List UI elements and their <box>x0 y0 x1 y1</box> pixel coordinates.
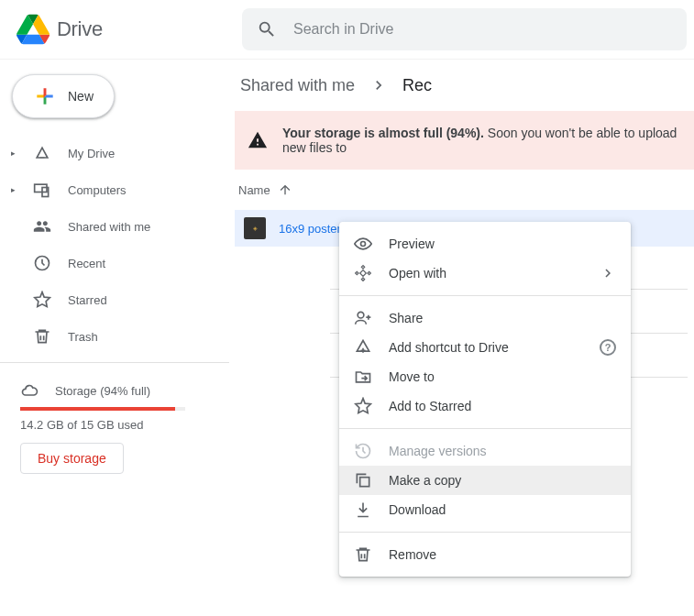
search-icon <box>257 19 277 39</box>
menu-label: Preview <box>389 236 616 251</box>
menu-open-with[interactable]: Open with <box>339 258 631 288</box>
menu-make-copy[interactable]: Make a copy <box>339 466 631 495</box>
sidebar: New ▸ My Drive ▸ Computers Shared with m… <box>0 60 229 616</box>
menu-add-shortcut[interactable]: Add shortcut to Drive ? <box>339 333 631 362</box>
menu-divider <box>339 428 631 429</box>
recent-icon <box>33 254 51 272</box>
plus-icon <box>33 84 57 108</box>
warning-icon <box>248 130 268 150</box>
file-thumbnail: ◈ <box>244 217 266 239</box>
chevron-right-icon <box>369 76 388 94</box>
expand-arrow-icon: ▸ <box>11 185 17 194</box>
breadcrumb: Shared with me Rec <box>235 60 694 111</box>
sidebar-item-recent[interactable]: Recent <box>9 245 220 281</box>
storage-bar <box>20 407 185 411</box>
new-button-label: New <box>68 89 94 104</box>
storage-row[interactable]: Storage (94% full) <box>9 370 229 407</box>
trash-icon <box>354 545 372 564</box>
context-menu: Preview Open with Share Add shortcut to … <box>339 222 631 577</box>
drive-logo-icon <box>17 13 50 46</box>
storage-warning-banner: Your storage is almost full (94%). Soon … <box>235 111 694 170</box>
column-header-name[interactable]: Name <box>235 170 694 210</box>
menu-label: Move to <box>389 369 616 384</box>
breadcrumb-current[interactable]: Rec <box>397 72 437 99</box>
breadcrumb-parent[interactable]: Shared with me <box>235 72 360 99</box>
column-label: Name <box>238 183 270 197</box>
sidebar-item-label: Computers <box>68 183 127 197</box>
sidebar-item-shared[interactable]: Shared with me <box>9 208 220 245</box>
warning-bold: Your storage is almost full (94%). <box>282 126 484 140</box>
menu-label: Open with <box>389 266 583 280</box>
menu-label: Add shortcut to Drive <box>389 340 583 355</box>
move-to-icon <box>354 368 372 386</box>
star-icon <box>354 397 372 415</box>
sidebar-divider <box>0 362 229 363</box>
search-input[interactable] <box>292 20 672 38</box>
storage-used: 14.2 GB of 15 GB used <box>20 418 229 432</box>
storage-label: Storage (94% full) <box>55 384 150 398</box>
open-with-icon <box>354 264 372 282</box>
sidebar-item-trash[interactable]: Trash <box>9 318 220 355</box>
menu-label: Add to Starred <box>389 399 616 413</box>
drive-shortcut-icon <box>354 338 372 357</box>
menu-add-starred[interactable]: Add to Starred <box>339 391 631 421</box>
warning-text: Your storage is almost full (94%). Soon … <box>282 126 681 155</box>
sidebar-item-label: Trash <box>68 330 98 344</box>
shared-icon <box>33 217 51 236</box>
computers-icon <box>33 181 51 199</box>
app-header: Drive <box>0 0 694 59</box>
buy-storage-button[interactable]: Buy storage <box>20 443 124 474</box>
app-name: Drive <box>57 17 103 41</box>
menu-download[interactable]: Download <box>339 495 631 524</box>
sort-arrow-up-icon <box>278 182 292 197</box>
eye-icon <box>354 235 372 253</box>
menu-label: Make a copy <box>389 473 616 488</box>
help-icon[interactable]: ? <box>600 339 616 356</box>
expand-arrow-icon: ▸ <box>11 148 17 158</box>
sidebar-item-label: Shared with me <box>68 220 150 234</box>
sidebar-item-computers[interactable]: ▸ Computers <box>9 171 220 208</box>
svg-point-3 <box>361 242 366 247</box>
person-add-icon <box>354 309 372 327</box>
svg-point-4 <box>358 312 364 318</box>
menu-share[interactable]: Share <box>339 303 631 333</box>
menu-label: Manage versions <box>389 444 616 458</box>
sidebar-item-starred[interactable]: Starred <box>9 281 220 318</box>
download-icon <box>354 500 372 519</box>
history-icon <box>354 442 372 460</box>
copy-icon <box>354 471 372 490</box>
menu-label: Share <box>389 311 616 325</box>
sidebar-item-label: My Drive <box>68 147 115 160</box>
menu-manage-versions: Manage versions <box>339 436 631 466</box>
menu-preview[interactable]: Preview <box>339 229 631 258</box>
my-drive-icon <box>33 144 51 162</box>
star-icon <box>33 291 51 309</box>
sidebar-item-label: Recent <box>68 257 105 270</box>
storage-fill <box>20 407 175 411</box>
menu-label: Remove <box>389 547 616 562</box>
search-box[interactable] <box>242 8 687 50</box>
menu-divider <box>339 532 631 533</box>
menu-label: Download <box>389 502 616 517</box>
sidebar-item-label: Starred <box>68 293 107 307</box>
menu-move-to[interactable]: Move to <box>339 362 631 391</box>
svg-rect-5 <box>360 478 369 487</box>
logo-area[interactable]: Drive <box>7 13 237 46</box>
chevron-right-icon <box>600 265 616 281</box>
svg-rect-0 <box>35 184 47 192</box>
cloud-icon <box>20 381 39 400</box>
sidebar-item-my-drive[interactable]: ▸ My Drive <box>9 135 220 171</box>
menu-divider <box>339 295 631 296</box>
menu-remove[interactable]: Remove <box>339 540 631 569</box>
new-button[interactable]: New <box>12 74 115 118</box>
trash-icon <box>33 327 51 346</box>
